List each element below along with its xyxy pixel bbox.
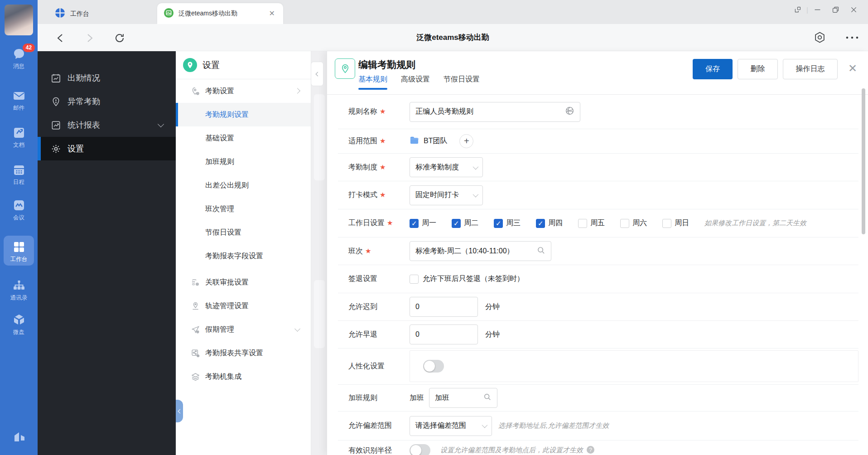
form-row-deviation: 允许偏差范围 请选择偏差范围 选择考勤地址后,允许偏差范围才生效 (338, 411, 858, 440)
refresh-icon[interactable] (114, 32, 125, 44)
globe-icon[interactable] (565, 106, 574, 117)
checkbox-checked-icon[interactable] (452, 219, 461, 228)
tab-holiday-settings[interactable]: 节假日设置 (444, 75, 480, 90)
close-icon[interactable] (844, 0, 863, 19)
pop-out-icon[interactable] (788, 0, 806, 19)
early-minutes-input[interactable]: 0 (410, 324, 478, 344)
chevron-down-icon[interactable] (294, 326, 300, 332)
signout-option-label: 允许下班后只签退（未签到时） (423, 274, 524, 284)
menu-item-report[interactable]: 统计报表 (38, 113, 176, 137)
humanized-toggle[interactable] (423, 360, 444, 373)
settings-item-business-trip-rules[interactable]: 出差公出规则 (176, 174, 311, 197)
tab-basic-rules[interactable]: 基本规则 (358, 75, 387, 90)
checkbox-checked-icon[interactable] (410, 219, 419, 228)
page-title: 泛微eteams移动出勤 (416, 32, 489, 43)
save-button[interactable]: 保存 (693, 59, 733, 79)
report-share-icon (191, 349, 200, 358)
workday-monday[interactable]: 周一 (410, 218, 436, 228)
mail-icon (12, 89, 26, 102)
app-settings-icon[interactable] (814, 31, 825, 43)
checkbox-icon[interactable] (620, 219, 629, 228)
close-panel-icon[interactable]: ✕ (848, 63, 857, 74)
chevron-down-icon[interactable] (158, 121, 164, 127)
required-asterisk: ★ (380, 163, 386, 171)
delete-button[interactable]: 删除 (738, 59, 778, 79)
tab-workbench[interactable]: 工作台 (47, 4, 97, 24)
minimize-icon[interactable] (808, 0, 826, 19)
sidebar-item-drive[interactable]: 微盘 (0, 313, 38, 336)
deviation-select[interactable]: 请选择偏差范围 (410, 416, 492, 436)
rule-name-input[interactable]: 正编人员考勤规则 (410, 102, 580, 122)
sidebar-item-mail[interactable]: 邮件 (0, 89, 38, 112)
attendance-system-select[interactable]: 标准考勤制度 (410, 157, 483, 177)
overtime-rule-input[interactable]: 加班 (429, 388, 497, 408)
operation-log-button[interactable]: 操作日志 (783, 59, 838, 79)
edit-rule-title: 编辑考勤规则 (358, 58, 415, 71)
settings-item-basic[interactable]: 基础设置 (176, 126, 311, 150)
shift-input[interactable]: 标准考勤-周二（10:40-11:00） (410, 241, 551, 261)
form-row-rule-name: 规则名称★ 正编人员考勤规则 (338, 95, 858, 129)
workday-saturday[interactable]: 周六 (620, 218, 647, 228)
more-options-icon[interactable] (845, 34, 857, 46)
settings-item-track-management[interactable]: 轨迹管理设置 (176, 294, 311, 318)
tab-close-icon[interactable]: ✕ (267, 9, 277, 18)
checkbox-checked-icon[interactable] (494, 219, 503, 228)
settings-item-report-fields[interactable]: 考勤报表字段设置 (176, 244, 311, 268)
sidebar-item-messages[interactable]: 消息 42 (0, 47, 38, 70)
chevron-right-icon[interactable] (294, 88, 300, 94)
avatar[interactable] (5, 5, 33, 35)
search-icon[interactable] (483, 393, 492, 403)
form-row-shift: 班次★ 标准考勤-周二（10:40-11:00） (338, 237, 858, 265)
field-label: 加班规则 (338, 393, 410, 403)
panel-collapse-handle[interactable] (176, 400, 183, 422)
settings-item-attendance-rules[interactable]: 考勤规则设置 (176, 103, 311, 126)
forward-icon[interactable] (83, 32, 95, 44)
checkbox-checked-icon[interactable] (536, 219, 545, 228)
eteams-app-icon (164, 8, 174, 20)
checkbox-icon[interactable] (578, 219, 587, 228)
menu-item-settings[interactable]: 设置 (38, 137, 176, 160)
sidebar-item-workbench[interactable]: 工作台 (0, 240, 38, 263)
workday-thursday[interactable]: 周四 (536, 218, 563, 228)
question-icon[interactable]: ? (587, 446, 594, 454)
sidebar-item-meeting[interactable]: 会议 (0, 198, 38, 222)
settings-item-holiday[interactable]: 节假日设置 (176, 221, 311, 244)
restore-icon[interactable] (826, 0, 844, 19)
settings-item-approval-link[interactable]: 关联审批设置 (176, 271, 311, 294)
tab-eteams-attendance[interactable]: 泛微eteams移动出勤 ✕ (157, 3, 283, 24)
sidebar-item-calendar[interactable]: 日程 (0, 163, 38, 186)
settings-gear-icon (51, 144, 61, 154)
settings-item-report-sharing[interactable]: 考勤报表共享设置 (176, 341, 311, 365)
menu-item-attendance-status[interactable]: 出勤情况 (38, 66, 176, 90)
settings-item-shift-management[interactable]: 班次管理 (176, 197, 311, 221)
late-minutes-input[interactable]: 0 (410, 297, 478, 317)
workday-wednesday[interactable]: 周三 (494, 218, 521, 228)
sidebar-item-docs[interactable]: 文档 (0, 126, 38, 149)
workday-friday[interactable]: 周五 (578, 218, 605, 228)
checkbox-icon[interactable] (410, 275, 419, 284)
tab-advanced-settings[interactable]: 高级设置 (401, 75, 430, 90)
punch-mode-select[interactable]: 固定时间打卡 (410, 185, 483, 205)
checkbox-icon[interactable] (662, 219, 671, 228)
scrollbar-thumb[interactable] (862, 88, 865, 234)
list-collapse-tab[interactable] (311, 62, 323, 86)
workday-tuesday[interactable]: 周二 (452, 218, 478, 228)
radius-toggle[interactable] (410, 444, 430, 455)
form-row-system: 考勤制度★ 标准考勤制度 (338, 154, 858, 181)
settings-item-overtime-rules[interactable]: 加班规则 (176, 150, 311, 174)
calendar-icon (12, 163, 26, 177)
settings-item-machine-integration[interactable]: 考勤机集成 (176, 365, 311, 388)
search-icon[interactable] (537, 246, 545, 257)
add-scope-button[interactable] (459, 134, 473, 148)
radius-hint: 设置允许偏差范围及考勤地点后，此设置才生效 (440, 446, 583, 455)
window-tab-bar: 工作台 泛微eteams移动出勤 ✕ | (38, 0, 868, 24)
field-label: 允许偏差范围 (338, 421, 410, 431)
scope-team-chip[interactable]: BT团队 (424, 136, 447, 146)
settings-panel-header: 设置 (176, 51, 311, 79)
sidebar-item-contacts[interactable]: 通讯录 (0, 279, 38, 302)
workday-sunday[interactable]: 周日 (662, 218, 689, 228)
back-icon[interactable] (55, 32, 67, 44)
menu-item-abnormal-attendance[interactable]: 异常考勤 (38, 90, 176, 113)
settings-item-vacation-management[interactable]: 假期管理 (176, 318, 311, 341)
settings-item-attendance-settings[interactable]: 考勤设置 (176, 79, 311, 103)
